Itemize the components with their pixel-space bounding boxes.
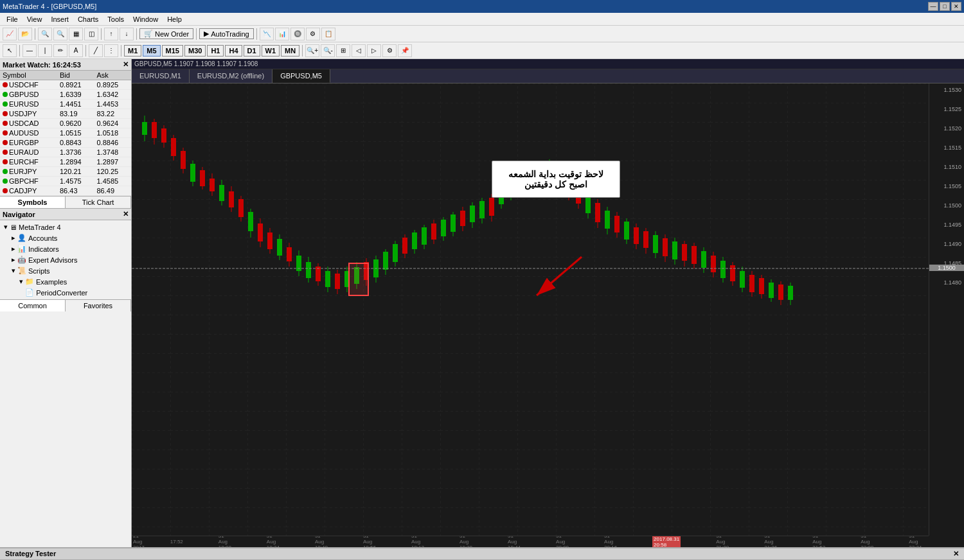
svg-rect-64 [441, 220, 446, 236]
tree-indicators[interactable]: ▸ 📊 Indicators [1, 243, 130, 254]
zoom-out-button[interactable]: 🔍 [53, 28, 67, 40]
chart-scroll2[interactable]: ▷ [367, 44, 381, 57]
period-m5[interactable]: M5 [143, 45, 160, 57]
price-level-4: 1.1515 [943, 144, 961, 151]
tree-indicators-icon: 📊 [17, 245, 26, 253]
chart-header: GBPUSD,M5 1.1907 1.1908 1.1907 1.1908 [132, 59, 964, 69]
mw-row[interactable]: GBPUSD 1.6339 1.6342 [0, 90, 131, 100]
tree-scripts-label: Scripts [28, 267, 50, 275]
market-watch-close[interactable]: ✕ [123, 60, 129, 69]
minimize-button[interactable]: — [928, 2, 938, 11]
hline-tool[interactable]: | [38, 44, 52, 57]
mw-cell-bid: 0.9620 [57, 119, 94, 128]
mw-row[interactable]: USDCHF 0.8921 0.8925 [0, 80, 131, 90]
svg-rect-70 [470, 206, 475, 222]
chart-btn4[interactable]: ↓ [120, 28, 134, 40]
period-m30[interactable]: M30 [184, 45, 206, 57]
draw-tool[interactable]: ✏ [53, 44, 67, 57]
chart-tab-eurusd-m2[interactable]: EURUSD,M2 (offline) [190, 69, 272, 83]
period-h4[interactable]: H4 [225, 45, 242, 57]
nav-tab-favorites[interactable]: Favorites [66, 300, 131, 311]
tree-scripts[interactable]: ▾ 📜 Scripts [1, 265, 130, 276]
maximize-button[interactable]: □ [940, 2, 950, 11]
tree-expert-advisors[interactable]: ▸ 🤖 Expert Advisors [1, 254, 130, 265]
strategy-tester-header: Strategy Tester ✕ [0, 548, 964, 560]
menu-tools[interactable]: Tools [103, 14, 128, 24]
period-w1[interactable]: W1 [262, 45, 280, 57]
strategy-tester-close[interactable]: ✕ [953, 550, 959, 558]
toolbar-btn5[interactable]: 📉 [260, 28, 274, 40]
tree-examples[interactable]: ▾ 📁 Examples [1, 276, 130, 287]
svg-rect-6 [161, 128, 166, 143]
chart-zoom-out[interactable]: 🔍- [321, 44, 335, 57]
mw-row[interactable]: USDCAD 0.9620 0.9624 [0, 119, 131, 128]
mw-row[interactable]: CADJPY 86.43 86.49 [0, 186, 131, 196]
tree-metatrader4[interactable]: ▾ 🖥 MetaTrader 4 [1, 222, 130, 232]
line-tool[interactable]: — [22, 44, 37, 57]
menu-charts[interactable]: Charts [74, 14, 102, 24]
menu-help[interactable]: Help [163, 14, 186, 24]
mw-row[interactable]: EURJPY 120.21 120.25 [0, 167, 131, 177]
toolbar-btn7[interactable]: 🔘 [290, 28, 305, 40]
open-button[interactable]: 📂 [18, 28, 32, 40]
market-watch-title: Market Watch: 16:24:53 [3, 61, 81, 69]
toolbar-btn8[interactable]: ⚙ [306, 28, 320, 40]
navigator-close[interactable]: ✕ [123, 210, 129, 218]
tl-tool[interactable]: ╱ [89, 44, 103, 57]
menu-window[interactable]: Window [129, 14, 162, 24]
new-chart-button[interactable]: 📈 [3, 28, 17, 40]
chart-tab-eurusd-m1[interactable]: EURUSD,M1 [132, 69, 190, 83]
period-m15[interactable]: M15 [162, 45, 183, 57]
tree-accounts[interactable]: ▸ 👤 Accounts [1, 232, 130, 243]
fib-tool[interactable]: ⋮ [104, 44, 118, 57]
zoom-in-button[interactable]: 🔍 [38, 28, 52, 40]
svg-rect-68 [460, 211, 465, 226]
period-d1[interactable]: D1 [244, 45, 260, 57]
mw-row[interactable]: EURAUD 1.3736 1.3748 [0, 148, 131, 157]
svg-rect-30 [277, 239, 282, 256]
chart-grid[interactable]: ⊞ [336, 44, 350, 57]
period-m1[interactable]: M1 [124, 45, 141, 57]
tree-examples-icon: 📁 [25, 277, 34, 286]
toolbar-btn9[interactable]: 📋 [321, 28, 335, 40]
mw-row[interactable]: EURCHF 1.2894 1.2897 [0, 157, 131, 167]
nav-tab-common[interactable]: Common [0, 300, 66, 311]
sep2 [101, 28, 102, 40]
mw-tab-tick[interactable]: Tick Chart [66, 197, 131, 208]
chart-scroll[interactable]: ◁ [352, 44, 366, 57]
auto-trading-button[interactable]: ▶ AutoTrading [199, 28, 254, 39]
chart-tab-gbpusd-m5[interactable]: GBPUSD,M5 [272, 69, 330, 83]
mw-cell-bid: 1.2894 [57, 157, 94, 167]
mw-row[interactable]: USDJPY 83.19 83.22 [0, 109, 131, 119]
menu-file[interactable]: File [3, 14, 22, 24]
tree-period-converter[interactable]: 📄 PeriodConverter [1, 287, 130, 298]
svg-rect-100 [614, 216, 620, 232]
mw-row[interactable]: EURGBP 0.8843 0.8846 [0, 138, 131, 148]
annotation-box: لاحظ توقيت بداية الشمعه اصبح كل دقيقتين [492, 161, 620, 198]
menu-view[interactable]: View [23, 14, 46, 24]
text-tool[interactable]: A [69, 44, 83, 57]
chart-config2[interactable]: 📌 [398, 44, 412, 57]
mw-cell-bid: 86.43 [57, 186, 94, 196]
svg-rect-36 [306, 262, 311, 278]
mw-row[interactable]: EURUSD 1.4451 1.4453 [0, 100, 131, 109]
chart-btn2[interactable]: ◫ [84, 28, 98, 40]
chart-config[interactable]: ⚙ [382, 44, 397, 57]
period-mn[interactable]: MN [281, 45, 299, 57]
mw-row[interactable]: AUDUSD 1.0515 1.0518 [0, 128, 131, 138]
close-button[interactable]: ✕ [951, 2, 961, 11]
toolbar-btn6[interactable]: 📊 [275, 28, 289, 40]
svg-rect-14 [200, 170, 205, 186]
period-h1[interactable]: H1 [207, 45, 224, 57]
chart-btn1[interactable]: ▦ [69, 28, 83, 40]
menu-insert[interactable]: Insert [47, 14, 73, 24]
mw-cell-ask: 1.4585 [94, 177, 131, 186]
toolbar1: 📈 📂 🔍 🔍 ▦ ◫ ↑ ↓ 🛒 New Order ▶ AutoTradin… [0, 26, 964, 42]
chart-btn3[interactable]: ↑ [104, 28, 118, 40]
mw-tab-symbols[interactable]: Symbols [0, 197, 66, 208]
cursor-tool[interactable]: ↖ [3, 44, 17, 57]
new-order-button[interactable]: 🛒 New Order [139, 28, 193, 39]
window-controls: — □ ✕ [928, 2, 961, 11]
mw-row[interactable]: GBPCHF 1.4575 1.4585 [0, 177, 131, 186]
chart-zoom-in[interactable]: 🔍+ [305, 44, 319, 57]
